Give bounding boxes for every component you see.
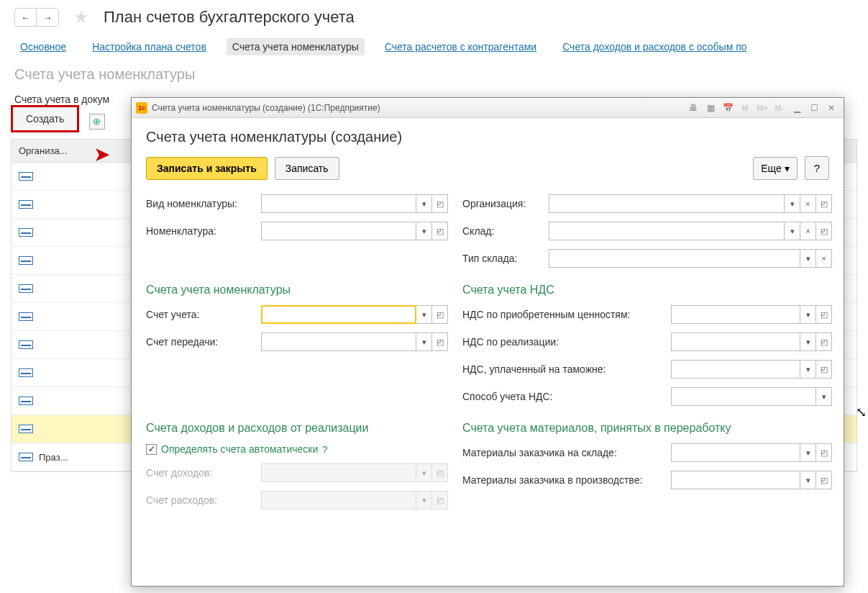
label-vat-method: Способ учета НДС: [462,391,671,402]
input-nomenclature-type[interactable] [261,194,416,213]
clear-icon[interactable]: × [800,222,816,240]
section-vat-title: Счета учета НДС [462,284,832,296]
row-icon [19,200,33,209]
page-subtitle: Счета учета номенклатуры [0,63,868,86]
dropdown-icon[interactable]: ▾ [800,305,816,324]
open-icon[interactable]: ◰ [432,332,448,351]
cursor-icon: ⤡ [856,404,867,420]
section-materials-title: Счета учета материалов, принятых в перер… [462,422,832,435]
input-income-account [261,463,416,482]
input-vat-method[interactable] [671,387,816,406]
dropdown-icon[interactable]: ▾ [416,305,432,324]
row-icon [19,453,33,461]
minimize-button[interactable]: ▁ [789,101,805,115]
memory-m-button[interactable]: M [737,101,753,115]
print-icon[interactable]: 🖶 [685,101,701,115]
tab-contragent-accounts[interactable]: Счета расчетов с контрагентами [379,38,542,55]
tab-main[interactable]: Основное [14,38,72,55]
annotation-arrow-icon: ➤ [93,142,110,166]
input-warehouse[interactable] [549,222,785,240]
maximize-button[interactable]: ☐ [806,101,822,115]
label-nomenclature-type: Вид номенклатуры: [146,198,261,209]
row-icon [19,256,33,265]
dropdown-icon[interactable]: ▾ [800,332,816,351]
row-icon [19,425,33,433]
dropdown-icon[interactable]: ▾ [800,443,816,462]
create-button[interactable]: Создать [11,105,79,132]
input-nomenclature[interactable] [261,222,416,240]
label-organization: Организация: [462,198,549,209]
input-vat-sales[interactable] [671,332,800,351]
input-transfer-account[interactable] [261,332,416,351]
tab-nomenclature-accounts[interactable]: Счета учета номенклатуры [227,38,365,55]
input-vat-purchased[interactable] [671,305,800,324]
row-icon [19,172,33,181]
label-warehouse: Склад: [462,225,549,237]
open-icon[interactable]: ◰ [816,332,832,351]
label-income-account: Счет доходов: [146,467,261,479]
memory-mplus-button[interactable]: M+ [754,101,770,115]
open-icon[interactable]: ◰ [816,194,832,213]
clear-icon[interactable]: × [800,194,816,213]
label-warehouse-type: Тип склада: [462,253,549,264]
input-warehouse-type[interactable] [549,249,800,268]
row-icon [19,284,33,293]
row-icon [19,340,33,349]
dropdown-icon[interactable]: ▾ [800,471,816,489]
open-icon[interactable]: ◰ [816,443,832,462]
dropdown-icon[interactable]: ▾ [416,332,432,351]
input-materials-production[interactable] [671,471,800,489]
input-vat-customs[interactable] [671,360,800,379]
modal-titlebar-text: Счета учета номенклатуры (создание) (1С:… [152,103,685,113]
open-icon[interactable]: ◰ [816,305,832,324]
dropdown-icon[interactable]: ▾ [416,222,432,240]
input-materials-warehouse[interactable] [671,443,800,462]
row-icon [19,397,33,405]
favorite-star-icon[interactable]: ★ [73,7,89,27]
auto-accounts-checkbox[interactable]: ✓ [146,444,157,455]
add-button[interactable]: ⊕ [89,114,105,130]
input-account[interactable] [261,305,416,324]
open-icon[interactable]: ◰ [816,471,832,489]
tabs-bar: Основное Настройка плана счетов Счета уч… [0,31,868,63]
memory-mminus-button[interactable]: M- [772,101,787,115]
input-organization[interactable] [549,194,785,213]
clear-icon[interactable]: × [816,249,832,268]
back-button[interactable]: ← [15,9,37,26]
dropdown-icon[interactable]: ▾ [416,194,432,213]
close-button[interactable]: ✕ [823,101,839,115]
save-and-close-button[interactable]: Записать и закрыть [146,157,268,180]
page-title: План счетов бухгалтерского учета [104,8,355,27]
label-materials-production: Материалы заказчика в производстве: [462,474,671,486]
modal-title: Счета учета номенклатуры (создание) [146,129,829,145]
tab-plan-settings[interactable]: Настройка плана счетов [86,38,212,55]
row-icon [19,228,33,237]
save-button[interactable]: Записать [275,157,339,180]
help-button[interactable]: ? [805,156,829,180]
dropdown-icon[interactable]: ▾ [816,387,832,406]
dropdown-icon[interactable]: ▾ [785,194,800,213]
row-label: Праз... [39,452,68,463]
row-icon [19,368,33,377]
forward-button[interactable]: → [37,9,58,26]
more-button[interactable]: Еще ▾ [753,157,797,180]
open-icon[interactable]: ◰ [432,194,448,213]
calculator-icon[interactable]: ▦ [703,101,718,115]
open-icon[interactable]: ◰ [816,222,832,240]
label-expense-account: Счет расходов: [146,494,261,506]
label-vat-purchased: НДС по приобретенным ценностям: [462,309,671,320]
dropdown-icon[interactable]: ▾ [800,360,816,379]
label-transfer-account: Счет передачи: [146,336,261,348]
open-icon[interactable]: ◰ [432,305,448,324]
dropdown-icon[interactable]: ▾ [785,222,800,240]
app-logo-icon: 1c [136,102,147,114]
dropdown-icon: ▾ [416,463,432,482]
dropdown-icon[interactable]: ▾ [800,249,816,268]
label-vat-sales: НДС по реализации: [462,336,671,348]
help-icon[interactable]: ? [322,444,327,455]
label-account: Счет учета: [146,309,261,320]
open-icon[interactable]: ◰ [432,222,448,240]
calendar-icon[interactable]: 📅 [720,101,736,115]
open-icon[interactable]: ◰ [816,360,832,379]
tab-special-income[interactable]: Счета доходов и расходов с особым по [557,38,752,55]
